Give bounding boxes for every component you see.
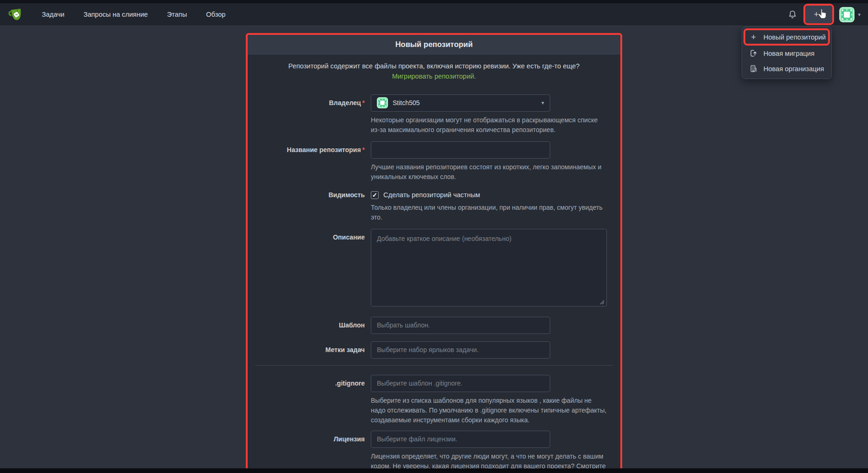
- issue-labels-row: Метки задач: [248, 341, 620, 359]
- repo-name-help: Лучшие названия репозиториев состоят из …: [371, 162, 607, 182]
- navbar: Задачи Запросы на слияние Этапы Обзор + …: [0, 3, 868, 26]
- required-asterisk: *: [362, 146, 365, 153]
- repo-name-row: Название репозитория* Лучшие названия ре…: [248, 141, 620, 182]
- nav-item-issues[interactable]: Задачи: [42, 11, 65, 18]
- create-new-dropdown: + Новый репозиторий Новая миграция: [742, 27, 832, 79]
- repo-name-input[interactable]: [371, 141, 550, 159]
- chevron-down-icon: ▾: [858, 12, 861, 17]
- license-row: Лицензия Лицензия определяет, что другие…: [248, 431, 620, 471]
- owner-help: Некоторые организации могут не отображат…: [371, 115, 607, 135]
- menu-item-new-migration[interactable]: Новая миграция: [742, 46, 831, 61]
- gitea-logo-icon[interactable]: [7, 7, 24, 22]
- license-input[interactable]: [371, 431, 550, 448]
- owner-select[interactable]: Stitch505 ▾: [371, 94, 550, 112]
- gitignore-row: .gitignore Выберите из списка шаблонов д…: [248, 375, 620, 425]
- menu-item-label: Новая миграция: [763, 50, 815, 57]
- license-help: Лицензия определяет, что другие люди мог…: [371, 452, 607, 471]
- visibility-row: Видимость ✓ Сделать репозиторий частным …: [248, 187, 620, 222]
- owner-label: Владелец*: [248, 94, 371, 135]
- nav-item-explore[interactable]: Обзор: [206, 11, 225, 18]
- plus-icon: +: [750, 33, 757, 41]
- page-title: Новый репозиторий: [395, 40, 473, 49]
- gitignore-help: Выберите из списка шаблонов для популярн…: [371, 396, 607, 425]
- private-checkbox[interactable]: ✓: [371, 191, 379, 199]
- owner-value: Stitch505: [393, 99, 420, 107]
- notifications-bell-icon[interactable]: [788, 10, 797, 19]
- template-label: Шаблон: [248, 317, 371, 334]
- menu-item-new-repository[interactable]: + Новый репозиторий: [745, 30, 828, 44]
- create-new-button[interactable]: + ▾: [805, 6, 832, 23]
- template-row: Шаблон: [248, 317, 620, 334]
- migrate-repository-link[interactable]: Мигрировать репозиторий.: [392, 73, 476, 80]
- resize-handle-icon[interactable]: [600, 300, 605, 305]
- window-top-edge: [0, 0, 868, 3]
- navbar-right: + ▾ ▾: [788, 4, 861, 25]
- issue-labels-input[interactable]: [371, 341, 550, 359]
- private-checkbox-label[interactable]: Сделать репозиторий частным: [383, 191, 480, 199]
- menu-item-label: Новая организация: [763, 65, 824, 73]
- template-input[interactable]: [371, 317, 550, 334]
- user-avatar: [839, 7, 855, 22]
- issue-labels-label: Метки задач: [248, 341, 371, 359]
- nav-links: Задачи Запросы на слияние Этапы Обзор: [42, 11, 225, 18]
- chevron-down-icon: ▾: [541, 100, 544, 106]
- menu-item-new-organization[interactable]: Новая организация: [742, 61, 831, 76]
- visibility-label: Видимость: [248, 187, 371, 222]
- nav-item-pull-requests[interactable]: Запросы на слияние: [84, 11, 148, 18]
- annotation-box-plus-button: + ▾: [803, 4, 834, 25]
- panel-body: Репозиторий содержит все файлы проекта, …: [248, 54, 620, 471]
- mouse-cursor-icon: [817, 8, 828, 20]
- section-divider: [255, 365, 613, 366]
- required-asterisk: *: [362, 99, 365, 107]
- window-bottom-edge: [0, 468, 868, 473]
- gitignore-input[interactable]: [371, 375, 550, 392]
- new-repository-panel: Новый репозиторий Репозиторий содержит в…: [246, 33, 622, 471]
- license-help-text: Лицензия определяет, что другие люди мог…: [371, 453, 606, 470]
- intro-text: Репозиторий содержит все файлы проекта, …: [271, 61, 597, 82]
- description-label: Описание: [248, 229, 371, 308]
- annotation-box-new-repository: + Новый репозиторий: [743, 28, 830, 46]
- description-row: Описание: [248, 229, 620, 308]
- owner-avatar: [377, 97, 388, 108]
- checkmark-icon: ✓: [372, 192, 377, 199]
- visibility-help: Только владелец или члены организации, п…: [371, 203, 607, 222]
- nav-item-milestones[interactable]: Этапы: [167, 11, 187, 18]
- gitignore-label: .gitignore: [248, 375, 371, 425]
- migration-icon: [750, 49, 757, 57]
- organization-icon: [750, 65, 757, 73]
- menu-item-label: Новый репозиторий: [763, 33, 826, 41]
- repo-name-label: Название репозитория*: [248, 141, 371, 182]
- user-menu-trigger[interactable]: ▾: [839, 7, 861, 22]
- description-textarea[interactable]: [371, 229, 607, 306]
- panel-header: Новый репозиторий: [248, 35, 620, 54]
- owner-row: Владелец* Stitch505 ▾ Некоторые организа…: [248, 94, 620, 135]
- license-label: Лицензия: [248, 431, 371, 471]
- intro-sentence: Репозиторий содержит все файлы проекта, …: [289, 62, 580, 70]
